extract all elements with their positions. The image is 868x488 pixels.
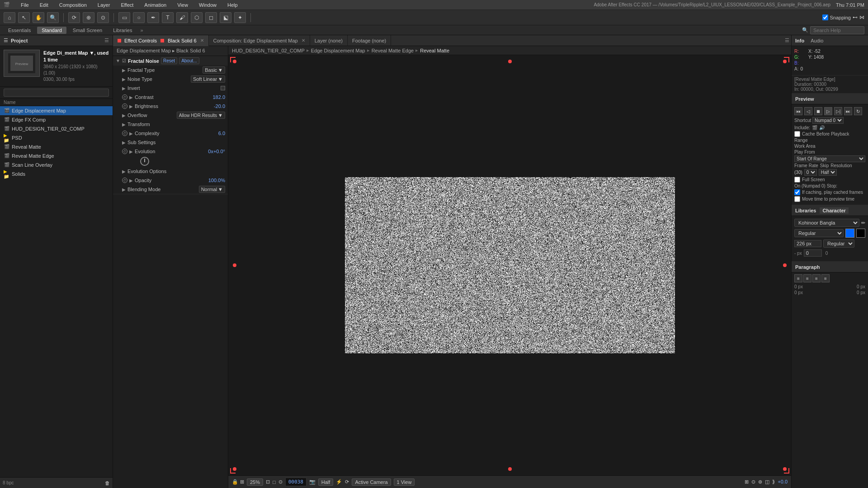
handle-tl[interactable]	[233, 60, 236, 63]
project-item-reveal-matte[interactable]: 🎬 Reveal Matte	[0, 142, 113, 151]
brightness-stopwatch[interactable]: ⏱	[122, 103, 127, 109]
align-center-btn[interactable]: ≡	[803, 274, 811, 282]
justify-btn[interactable]: ≡	[821, 274, 830, 282]
viewer-timecode[interactable]: 00038	[285, 478, 307, 486]
tab-essentials[interactable]: Essentials	[4, 27, 35, 34]
align-left-btn[interactable]: ≡	[794, 274, 802, 282]
contrast-value[interactable]: 182.0	[212, 94, 225, 100]
viewer-icon-4[interactable]: ◫	[765, 479, 769, 485]
cached-frames-checkbox[interactable]	[794, 189, 800, 195]
viewer-grid-icon[interactable]: ⊞	[240, 479, 244, 485]
skip-to-start-btn[interactable]: ⏮	[794, 107, 802, 115]
roto-tool[interactable]: ⬕	[220, 12, 231, 23]
stop-btn[interactable]: ⏹	[814, 107, 822, 115]
snapping-control[interactable]: Snapping ⊷ ⋈	[822, 14, 865, 20]
tab-standard[interactable]: Standard	[37, 27, 66, 34]
viewer-fit-icon[interactable]: ⊡	[266, 479, 270, 485]
circle-tool[interactable]: ○	[133, 12, 145, 23]
eraser-tool[interactable]: ◻	[205, 12, 217, 23]
viewer-icon-2[interactable]: ⊙	[751, 479, 755, 485]
fractal-reset-btn[interactable]: Reset	[161, 57, 177, 64]
menu-file[interactable]: File	[19, 1, 31, 9]
snapping-checkbox[interactable]	[822, 14, 828, 20]
skip-to-end-btn[interactable]: ⏭	[844, 107, 852, 115]
project-item-psd[interactable]: ▶ 📁 PSD	[0, 133, 113, 142]
tab-libraries[interactable]: Libraries	[108, 27, 137, 34]
tab-composition-viewer[interactable]: Composition: Edge Displacement Map ✕	[209, 35, 310, 46]
menu-window[interactable]: Window	[197, 1, 218, 9]
handle-bc[interactable]	[508, 467, 512, 471]
handle-tc[interactable]	[508, 60, 512, 63]
fractal-enable-checkbox[interactable]: ☑	[122, 58, 126, 63]
viewer-icon-3[interactable]: ⊚	[758, 479, 762, 485]
views-btn[interactable]: 1 View	[394, 479, 415, 486]
align-right-btn[interactable]: ≡	[812, 274, 821, 282]
camera-track[interactable]: ⊕	[83, 12, 94, 23]
transform-arrow[interactable]: ▶	[122, 122, 126, 127]
char-background-color[interactable]	[856, 229, 865, 238]
project-item-edge-displacement[interactable]: 🎬 Edge Displacement Map	[0, 106, 113, 115]
sub-settings-arrow[interactable]: ▶	[122, 140, 126, 145]
zoom-level-btn[interactable]: 25%	[247, 479, 263, 486]
viewer-refresh-icon[interactable]: ⟳	[345, 479, 349, 485]
menu-help[interactable]: Help	[226, 1, 240, 9]
viewer-region-icon[interactable]: □	[273, 479, 276, 485]
pen-tool[interactable]: ✒	[147, 12, 159, 23]
loop-btn[interactable]: ↻	[854, 107, 862, 115]
viewer-icon-5[interactable]: ⟫	[772, 479, 775, 485]
project-item-scan-line[interactable]: 🎬 Scan Line Overlay	[0, 160, 113, 169]
rect-tool[interactable]: ▭	[118, 12, 130, 23]
camera-icon[interactable]: 📷	[309, 479, 316, 485]
select-tool[interactable]: ↖	[18, 12, 30, 23]
project-item-reveal-matte-edge[interactable]: 🎬 Reveal Matte Edge	[0, 151, 113, 160]
breadcrumb-reveal-matte-edge[interactable]: Reveal Matte Edge	[372, 48, 414, 53]
tab-effect-controls[interactable]: Effect Controls Black Solid 6 ✕	[113, 35, 209, 46]
char-foreground-color[interactable]	[845, 229, 854, 238]
font-size-input[interactable]: 226 px	[794, 240, 821, 247]
resolution-btn[interactable]: Half	[318, 479, 334, 486]
contrast-stopwatch[interactable]: ⏱	[122, 94, 127, 100]
invert-checkbox[interactable]	[221, 86, 225, 90]
camera-btn[interactable]: Active Camera	[352, 479, 391, 486]
cache-checkbox[interactable]	[794, 131, 800, 137]
puppet-tool[interactable]: ✦	[234, 12, 246, 23]
trash-icon[interactable]: 🗑	[105, 480, 110, 486]
full-screen-checkbox[interactable]	[794, 177, 800, 183]
breadcrumb-reveal-matte[interactable]: Reveal Matte	[420, 48, 449, 53]
project-item-solids[interactable]: ▶ 📁 Solids	[0, 169, 113, 178]
libraries-tab[interactable]: Libraries	[795, 208, 816, 213]
help-search-input[interactable]	[810, 26, 864, 34]
resolution-select[interactable]: Half	[819, 169, 837, 176]
step-fwd-btn[interactable]: ▷|	[834, 107, 842, 115]
opacity-stopwatch[interactable]: ⏱	[122, 178, 127, 183]
skip-select[interactable]: 0	[804, 169, 817, 176]
tab-footage-none[interactable]: Footage (none)	[348, 35, 391, 46]
evolution-dial[interactable]	[140, 157, 149, 166]
shortcut-select[interactable]: Numpad 0	[812, 117, 844, 124]
character-tab[interactable]: Character	[820, 207, 848, 214]
font-select[interactable]: Kohinoor Bangla	[794, 219, 859, 227]
handle-bl[interactable]	[233, 467, 236, 471]
workspace-expand[interactable]: »	[140, 28, 143, 33]
project-search-input[interactable]	[4, 89, 109, 97]
blending-mode-dropdown[interactable]: Normal ▼	[199, 186, 225, 193]
start-of-range-select[interactable]: Start Of Range	[794, 155, 865, 162]
stamp-tool[interactable]: ⬡	[191, 12, 203, 23]
tab-small-screen[interactable]: Small Screen	[68, 27, 107, 34]
style-select[interactable]: Regular	[794, 229, 844, 237]
breadcrumb-hud[interactable]: HUD_DESIGN_TIER_02_COMP	[232, 48, 305, 53]
hand-tool[interactable]: ✋	[33, 12, 44, 23]
font-edit-icon[interactable]: ✏	[861, 220, 865, 226]
overflow-dropdown[interactable]: Allow HDR Results ▼	[177, 112, 225, 119]
include-video-icon[interactable]: 🎬	[812, 125, 817, 130]
viewer-alpha-icon[interactable]: ⊙	[278, 479, 283, 485]
evolution-value[interactable]: 0x+0.0°	[208, 149, 225, 154]
handle-br[interactable]	[783, 467, 787, 471]
menu-effect[interactable]: Effect	[119, 1, 135, 9]
camera-rotate[interactable]: ⟳	[68, 12, 80, 23]
handle-tr[interactable]	[783, 60, 787, 63]
tab-layer-none[interactable]: Layer (none)	[310, 35, 348, 46]
opacity-value[interactable]: 100.0%	[208, 178, 225, 183]
move-time-checkbox[interactable]	[794, 196, 800, 202]
complexity-value[interactable]: 6.0	[218, 131, 225, 136]
